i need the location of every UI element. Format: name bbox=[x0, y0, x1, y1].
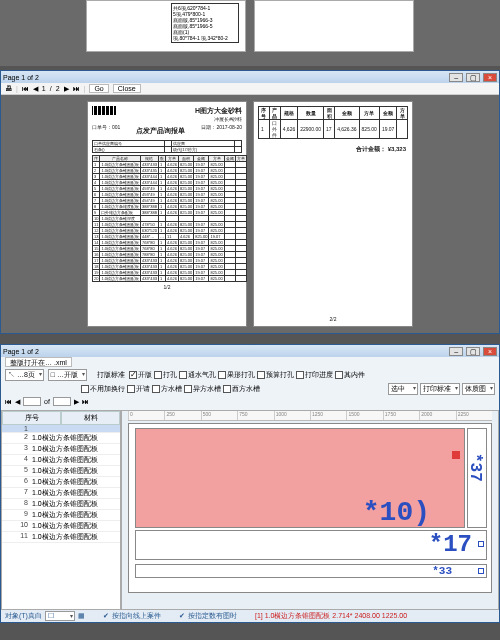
close-button[interactable]: × bbox=[483, 347, 497, 356]
filter-action-button[interactable]: 体质图 bbox=[462, 383, 495, 395]
filter-checkbox[interactable]: 西方水槽 bbox=[223, 384, 260, 394]
toolbar-page-y: 2 bbox=[56, 85, 60, 92]
table-row: 1口外件4,62622900.0017 4,626.36825.0019.07 bbox=[259, 120, 408, 139]
pager-of-label: of bbox=[44, 398, 50, 405]
report-preview-window: Page 1 of 2 – ▢ × 🖶 | ⏮ ◀ 1 / 2 ▶ ⏭ | Go… bbox=[0, 70, 500, 334]
list-item[interactable]: 111.0横边方条锥图配板 bbox=[2, 532, 120, 543]
pager-current-input[interactable] bbox=[23, 397, 41, 406]
nav-last-icon[interactable]: ⏭ bbox=[82, 398, 89, 405]
toolbar-page-x: 1 bbox=[42, 85, 46, 92]
filter-checkbox[interactable]: 不用加换行 bbox=[81, 384, 125, 394]
filter-checkbox[interactable]: 方水槽 bbox=[152, 384, 182, 394]
close-button[interactable]: × bbox=[483, 73, 497, 82]
doc-date-label: 日期：2017-08-20 bbox=[201, 124, 242, 138]
thumbnail-info-box: 共6项,620*784-15项,479*800-1底面版,85*1966-3底面… bbox=[171, 3, 239, 43]
list-item[interactable]: 1 bbox=[2, 425, 120, 433]
maximize-button[interactable]: ▢ bbox=[466, 73, 480, 82]
toolbar-print-icon[interactable]: 🖶 bbox=[5, 85, 12, 92]
maximize-button[interactable]: ▢ bbox=[466, 347, 480, 356]
table-row: 201.0横边方条锥图配板433*4331 4.626825.0019.0782… bbox=[93, 276, 247, 282]
panel-block-main[interactable]: *10) bbox=[135, 428, 465, 528]
panel-band-2[interactable]: *33 bbox=[135, 564, 487, 578]
btn-left-2[interactable]: □ …开版 bbox=[48, 369, 87, 381]
panel-band-1[interactable]: *17 bbox=[135, 530, 487, 560]
list-item[interactable]: 31.0横边方条锥图配板 bbox=[2, 444, 120, 455]
panel-marker-icon bbox=[452, 451, 460, 459]
list-item[interactable]: 51.0横边方条锥图配板 bbox=[2, 466, 120, 477]
selection-handle[interactable] bbox=[478, 541, 484, 547]
minimize-button[interactable]: – bbox=[449, 73, 463, 82]
filter-checkbox[interactable]: 其内件 bbox=[335, 370, 365, 380]
editor-main-area: 序号 材料 1 21.0横边方条锥图配板 31.0横边方条锥图配板 41.0横边… bbox=[1, 410, 499, 610]
status-btn-icon[interactable]: ▦ bbox=[78, 612, 85, 620]
filter-checkbox[interactable]: 打印进度 bbox=[296, 370, 333, 380]
order-no-label: 口单号：001 bbox=[92, 124, 120, 138]
nav-first-icon[interactable]: ⏮ bbox=[5, 398, 12, 405]
thumbnail-page-2[interactable] bbox=[254, 0, 414, 52]
toolbar-go-button[interactable]: Go bbox=[89, 84, 108, 93]
filter-checkbox[interactable]: 果形打孔 bbox=[218, 370, 255, 380]
editor-window-title: Page 1 of 2 bbox=[3, 348, 39, 355]
window-controls: – ▢ × bbox=[448, 347, 497, 356]
barcode-icon bbox=[92, 106, 116, 122]
toolbar-close-button[interactable]: Close bbox=[113, 84, 141, 93]
btn-left-1[interactable]: ↖ …8页 bbox=[5, 369, 44, 381]
toolbar-nav-next-icon[interactable]: ▶ bbox=[64, 85, 69, 93]
brand-sub: 冲展长#砂料 bbox=[214, 116, 242, 122]
filter-group-label: 打版标准 bbox=[97, 370, 125, 380]
filter-checkbox[interactable]: 通水气孔 bbox=[179, 370, 216, 380]
list-item[interactable]: 81.0横边方条锥图配板 bbox=[2, 499, 120, 510]
label-10: *10) bbox=[363, 497, 430, 528]
brand-name: H图方大金砂料 bbox=[195, 107, 242, 114]
filter-checkbox[interactable]: 开请 bbox=[127, 384, 150, 394]
report-page-1: H图方大金砂料 冲展长#砂料 口单号：001 点发产品询报单 日期：2017-0… bbox=[87, 101, 247, 327]
list-item[interactable]: 71.0横边方条锥图配板 bbox=[2, 488, 120, 499]
meta-table: 口单供应商编号 供应商 石条() 级代(17/秒方) bbox=[92, 140, 242, 153]
ruler-horizontal: 0250500750100012501500175020002250 bbox=[128, 411, 492, 421]
layout-canvas-panel: 0250500750100012501500175020002250 *10) … bbox=[121, 410, 499, 610]
total-value: ¥3,323 bbox=[388, 146, 406, 152]
filter-checkbox[interactable]: 预算打孔 bbox=[257, 370, 294, 380]
label-33: *33 bbox=[432, 565, 452, 577]
status-mid1[interactable]: 按指向线上案件 bbox=[112, 611, 161, 621]
report-page-area: H图方大金砂料 冲展长#砂料 口单号：001 点发产品询报单 日期：2017-0… bbox=[1, 95, 499, 333]
summary-table: 序号产品规格数量面积金额方单金额方单 1口外件4,62622900.0017 4… bbox=[258, 106, 408, 139]
filter-checkbox[interactable]: 打孔 bbox=[154, 370, 177, 380]
report-page-2: 序号产品规格数量面积金额方单金额方单 1口外件4,62622900.0017 4… bbox=[253, 101, 413, 327]
total-label: 合计金额： bbox=[356, 146, 386, 152]
material-list-header: 序号 材料 bbox=[2, 411, 120, 425]
label-49: *37 bbox=[466, 453, 484, 482]
nav-prev-icon[interactable]: ◀ bbox=[15, 398, 20, 406]
filter-action-button[interactable]: 选中 bbox=[388, 383, 418, 395]
list-item[interactable]: 61.0横边方条锥图配板 bbox=[2, 477, 120, 488]
filter-action-button[interactable]: 打印标准 bbox=[420, 383, 460, 395]
editor-window: Page 1 of 2 – ▢ × 整版打开在… .xml ↖ …8页 □ …开… bbox=[0, 344, 500, 623]
material-list-panel: 序号 材料 1 21.0横边方条锥图配板 31.0横边方条锥图配板 41.0横边… bbox=[1, 410, 121, 610]
list-item[interactable]: 101.0横边方条锥图配板 bbox=[2, 521, 120, 532]
nav-next-icon[interactable]: ▶ bbox=[74, 398, 79, 406]
panel-side-strip[interactable]: *37 bbox=[467, 428, 487, 528]
toolbar-nav-prev-icon[interactable]: ◀ bbox=[33, 85, 38, 93]
page-number-1: 1/2 bbox=[92, 284, 242, 290]
toolbar-nav-last-icon[interactable]: ⏭ bbox=[73, 85, 80, 92]
filter-checkbox[interactable]: 异方水槽 bbox=[184, 384, 221, 394]
editor-tab[interactable]: 整版打开在… .xml bbox=[5, 357, 72, 367]
editor-pager: ⏮ ◀ of ▶ ⏭ bbox=[5, 397, 495, 406]
minimize-button[interactable]: – bbox=[449, 347, 463, 356]
doc-title: 点发产品询报单 bbox=[136, 126, 185, 136]
toolbar-nav-first-icon[interactable]: ⏮ bbox=[22, 85, 29, 92]
list-item[interactable]: 91.0横边方条锥图配板 bbox=[2, 510, 120, 521]
status-combo[interactable]: ☐ bbox=[45, 611, 75, 621]
list-item[interactable]: 21.0横边方条锥图配板 bbox=[2, 433, 120, 444]
col-material: 材料 bbox=[61, 411, 120, 425]
status-mid2[interactable]: 按指定数有图时 bbox=[188, 611, 237, 621]
layout-canvas[interactable]: *10) *37 *17 *33 bbox=[128, 423, 492, 593]
thumbnail-strip: 共6项,620*784-15项,479*800-1底面版,85*1966-3底面… bbox=[0, 0, 500, 66]
list-item[interactable]: 41.0横边方条锥图配板 bbox=[2, 455, 120, 466]
pager-total-input[interactable] bbox=[53, 397, 71, 406]
selection-handle[interactable] bbox=[478, 568, 484, 574]
filter-checkbox[interactable]: 开版 bbox=[129, 370, 152, 380]
thumbnail-page-1[interactable]: 共6项,620*784-15项,479*800-1底面版,85*1966-3底面… bbox=[86, 0, 246, 52]
report-titlebar: Page 1 of 2 – ▢ × bbox=[1, 71, 499, 83]
editor-filter-panel: ↖ …8页 □ …开版 打版标准 开版 打孔 通水气孔 果形打孔 预算打孔 打印… bbox=[1, 367, 499, 410]
